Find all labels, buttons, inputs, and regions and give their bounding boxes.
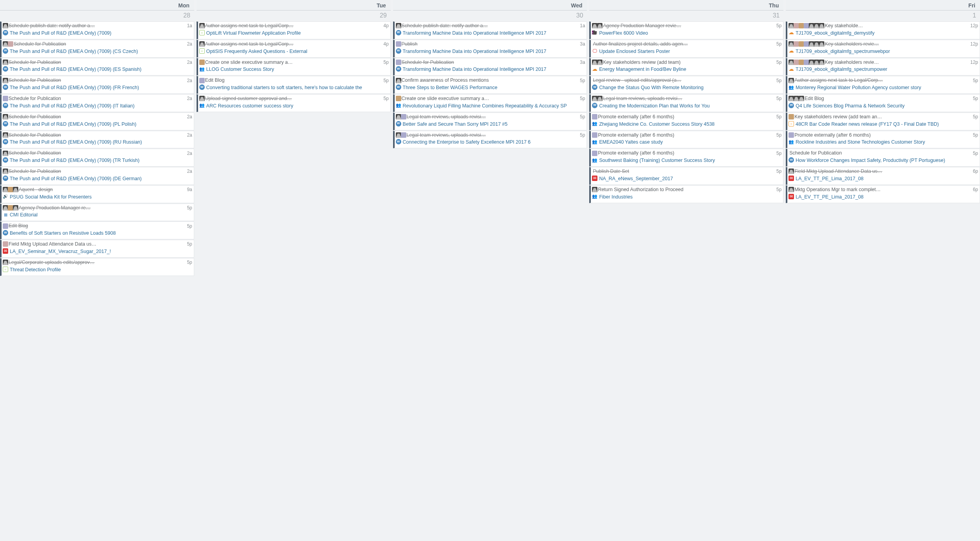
event-time: 5p	[579, 114, 585, 120]
event-card[interactable]: Create one slide executive summary a…5pL…	[197, 58, 391, 76]
assignee-avatars	[396, 60, 401, 65]
event-card[interactable]: Author assigns next task to Legal/Corp…5…	[786, 76, 980, 94]
event-time: 5p	[579, 132, 585, 138]
avatar-icon	[199, 23, 205, 28]
wp-icon	[592, 103, 597, 108]
event-card[interactable]: Upload signed customer approval and…5pAR…	[197, 94, 391, 112]
assignee-avatars	[3, 41, 13, 47]
event-title: Schedule for Publication	[9, 132, 185, 139]
wp-icon	[3, 157, 8, 163]
event-subject: The Push and Pull of R&D (EMEA Only) (70…	[10, 48, 139, 55]
event-subject-row: The Push and Pull of R&D (EMEA Only) (70…	[3, 29, 192, 37]
avatar-icon	[3, 241, 8, 247]
event-card[interactable]: Schedule for Publication2aThe Push and P…	[0, 76, 194, 94]
event-card[interactable]: Schedule for Publication2aThe Push and P…	[0, 40, 194, 58]
day-events: Schedule publish date: notify author a…1…	[393, 21, 587, 148]
event-title: Schedule for Publication	[9, 114, 185, 120]
avatar-icon	[794, 41, 799, 47]
event-card[interactable]: Schedule for Publication3aTransforming M…	[393, 58, 587, 76]
event-card[interactable]: Field Mktg Upload Attendance Data us…5pL…	[0, 240, 194, 258]
event-card[interactable]: Key stakeholders revie…12pTJ1709_ebook_d…	[786, 58, 980, 76]
event-subject-row: Better Safe and Secure Than Sorry MPI 20…	[396, 120, 585, 128]
event-card[interactable]: Schedule for Publication2aThe Push and P…	[0, 149, 194, 167]
event-card[interactable]: Schedule for Publication2aThe Push and P…	[0, 131, 194, 149]
event-card[interactable]: Create one slide executive summary a…5pR…	[393, 94, 587, 112]
group-icon	[789, 84, 794, 90]
event-title: Field Mktg Upload Attendance Data us…	[794, 168, 971, 175]
event-card[interactable]: Author finalizes project details, adds a…	[589, 40, 783, 58]
event-card[interactable]: Publish Date Set5pNA_RA_eNews_September_…	[589, 167, 783, 185]
event-card[interactable]: Schedule publish date: notify author a…1…	[393, 21, 587, 39]
event-subject: Connecting the Enterprise to Safety Exce…	[403, 139, 532, 146]
event-card[interactable]: Promote externally (after 6 months)5pEME…	[589, 131, 783, 149]
event-card[interactable]: Return Signed Authorization to Proceed5p…	[589, 185, 783, 203]
event-time: 12p	[969, 41, 978, 47]
event-title: Author finalizes project details, adds a…	[593, 41, 774, 47]
event-title: Edit Blog	[804, 95, 971, 102]
event-title: Legal team reviews, uploads revisi…	[603, 95, 774, 102]
event-card[interactable]: Schedule for Publication2aThe Push and P…	[0, 167, 194, 185]
event-card[interactable]: Promote externally (after 6 months)5pSou…	[589, 149, 783, 167]
event-header-row: Publish3a	[396, 41, 585, 47]
event-subject: 48CR Bar Code Reader news release (FY17 …	[796, 121, 940, 128]
event-card[interactable]: Edit Blog5pQ4 Life Sciences Blog Pharma …	[786, 94, 980, 112]
event-subject: The Push and Pull of R&D (EMEA Only) (70…	[10, 66, 142, 73]
wp-icon	[396, 121, 401, 126]
avatar-icon	[3, 78, 8, 83]
event-subject-row: Q4 Life Sciences Blog Pharma & Network S…	[789, 102, 978, 109]
event-subject-row: Transforming Machine Data into Operation…	[396, 65, 585, 73]
event-card[interactable]: Legal team reviews, uploads revisi…5pCon…	[393, 131, 587, 149]
event-card[interactable]: Author assigns next task to Legal/Corp…4…	[197, 40, 391, 58]
event-card[interactable]: Schedule for Publication2aThe Push and P…	[0, 112, 194, 130]
event-card[interactable]: Schedule for Publication2aThe Push and P…	[0, 94, 194, 112]
event-card[interactable]: Schedule publish date: notify author a…1…	[0, 21, 194, 39]
event-card[interactable]: Aquent - design9aPSUG Social Media Kit f…	[0, 185, 194, 203]
event-title: Key stakeholders revie…	[825, 41, 968, 47]
event-card[interactable]: Field Mktg Upload Attendance Data us…6pL…	[786, 167, 980, 185]
event-card[interactable]: Legal review - upload edits/approval (a……	[589, 76, 783, 94]
event-card[interactable]: Key stakeholde…12pTJ1709_ebook_digitalmf…	[786, 21, 980, 39]
event-card[interactable]: Edit Blog5pConverting traditional starte…	[197, 76, 391, 94]
event-subject: Transforming Machine Data into Operation…	[403, 30, 547, 37]
event-card[interactable]: Legal/Corporate uploads edits/approv…5pT…	[0, 258, 194, 276]
event-card[interactable]: Agency Production Manager re…5pCMI Edito…	[0, 204, 194, 221]
event-card[interactable]: Publish3aTransforming Machine Data into …	[393, 40, 587, 58]
event-title: Schedule publish date: notify author a…	[402, 23, 578, 29]
avatar-icon	[3, 223, 8, 229]
event-title: Aquent - design	[19, 186, 185, 193]
event-card[interactable]: Promote externally (after 6 months)5pRoc…	[786, 131, 980, 149]
day-header: Tue	[197, 0, 391, 11]
day-events: Author assigns next task to Legal/Corp…4…	[197, 21, 391, 112]
avatar-icon	[396, 96, 401, 101]
event-subject: The Push and Pull of R&D (EMEA Only) (70…	[10, 84, 140, 91]
event-card[interactable]: Key stakeholders review (add team an…5p4…	[786, 112, 980, 130]
event-card[interactable]: Agency Production Manager revie…5pPowerF…	[589, 21, 783, 39]
event-subject: PSUG Social Media Kit for Presenters	[10, 194, 93, 200]
event-subject-row: ARC Resources customer success story	[199, 102, 389, 109]
event-card[interactable]: Edit Blog5pBenefits of Soft Starters on …	[0, 221, 194, 239]
event-subject-row: Update Enclosed Starters Poster	[592, 47, 782, 55]
event-card[interactable]: Legal team reviews, uploads revisi…5pCre…	[589, 94, 783, 112]
day-header: Mon	[0, 0, 194, 11]
avatar-icon	[3, 260, 8, 265]
wp-icon	[396, 48, 401, 54]
event-subject-row: Fiber Industries	[592, 193, 782, 200]
event-card[interactable]: Key stakeholders review (add team)5pEner…	[589, 58, 783, 76]
event-card[interactable]: Schedule for Publication2aThe Push and P…	[0, 58, 194, 76]
avatar-icon	[3, 187, 8, 192]
event-card[interactable]: Confirm awareness of Process mentions5pT…	[393, 76, 587, 94]
event-card[interactable]: Key stakeholders revie…12pTJ1709_ebook_d…	[786, 40, 980, 58]
avatar-icon	[592, 60, 597, 65]
avatar-icon	[3, 60, 8, 65]
assignee-avatars	[396, 23, 401, 28]
event-time: 5p	[775, 186, 782, 193]
event-card[interactable]: Author assigns next task to Legal/Corp…4…	[197, 21, 391, 39]
avatar-icon	[13, 187, 18, 192]
event-time: 3a	[579, 59, 585, 65]
group-icon	[592, 157, 597, 163]
event-card[interactable]: Mktg Operations Mgr to mark complet…6pLA…	[786, 185, 980, 203]
event-card[interactable]: Legal team reviews, uploads revisi…5pBet…	[393, 112, 587, 130]
event-card[interactable]: Promote externally (after 6 months)5pZhe…	[589, 112, 783, 130]
avatar-icon	[789, 41, 794, 47]
event-card[interactable]: Schedule for Publication5pHow Workforce …	[786, 149, 980, 167]
